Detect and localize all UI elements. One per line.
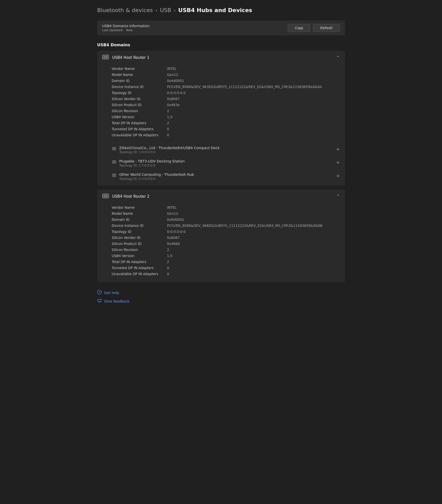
detail-label: Silicon Revision: [112, 109, 162, 113]
detail-label: Silicon Product ID: [112, 103, 162, 107]
detail-row: Silicon Product ID 0x466d: [112, 241, 340, 247]
device-topology: Topology ID: 1:7:0:0:0:0: [119, 164, 185, 167]
breadcrumb-usb[interactable]: USB: [160, 7, 171, 13]
detail-label: Topology ID: [112, 91, 162, 95]
help-icon: ?: [97, 290, 102, 296]
detail-row: USB4 Version 1.0: [112, 253, 340, 259]
detail-label: Model Name: [112, 73, 162, 77]
breadcrumb-bluetooth[interactable]: Bluetooth & devices: [97, 7, 153, 13]
give-feedback-link[interactable]: Give feedback: [97, 299, 345, 304]
give-feedback-label: Give feedback: [104, 299, 129, 303]
device-icon: [112, 160, 116, 165]
detail-value: 0x463e: [167, 103, 180, 107]
router-title-2: USB4 Host Router 2: [112, 194, 150, 199]
detail-value: 2: [167, 248, 169, 252]
detail-label: Domain ID: [112, 79, 162, 83]
detail-label: USB4 Version: [112, 254, 162, 258]
router-details-1: Vendor Name INTEL Model Name Gen12 Domai…: [97, 64, 345, 143]
router-header-2[interactable]: USB4 Host Router 2 ⌃: [97, 190, 345, 203]
detail-label: Tunneled DP IN Adapters: [112, 127, 162, 131]
refresh-button[interactable]: Refresh: [313, 24, 340, 32]
detail-row: Unavailable DP IN Adapters 0: [112, 271, 340, 277]
detail-row: Tunneled DP IN Adapters 0: [112, 126, 340, 132]
svg-rect-11: [113, 175, 114, 176]
list-item[interactable]: Other World Computing - Thunderbolt Hub …: [112, 170, 345, 183]
detail-row: Domain ID 0x6d0001: [112, 217, 340, 223]
detail-row: Device Instance ID PCI\VEN_8086&DEV_466D…: [112, 223, 340, 229]
detail-label: Vendor Name: [112, 67, 162, 71]
detail-label: USB4 Version: [112, 115, 162, 119]
detail-value: 0:0:0:0:0:0: [167, 91, 186, 95]
infobar-subtitle: Last Updated: Now: [102, 28, 150, 32]
router-icon-2: [102, 193, 109, 199]
device-topology: Topology ID: 1:0:0:0:0:0: [119, 150, 220, 154]
detail-label: Tunneled DP IN Adapters: [112, 266, 162, 270]
routers-container: USB4 Host Router 1 ⌃ Vendor Name INTEL M…: [97, 51, 345, 282]
info-bar: USB4 Domains Information Last Updated: N…: [97, 20, 345, 35]
detail-value: PCI\VEN_8086&DEV_466D&SUBSYS_11112222&RE…: [167, 224, 323, 228]
detail-value: 2: [167, 109, 169, 113]
router-header-1[interactable]: USB4 Host Router 1 ⌃: [97, 51, 345, 64]
detail-label: Silicon Product ID: [112, 242, 162, 246]
detail-row: Total DP IN Adapters 2: [112, 259, 340, 265]
infobar-subtitle-value: Now: [126, 28, 133, 32]
detail-row: Model Name Gen12: [112, 211, 340, 217]
infobar-title: USB4 Domains Information: [102, 24, 150, 28]
svg-rect-3: [107, 56, 108, 58]
detail-row: Silicon Product ID 0x463e: [112, 102, 340, 108]
svg-rect-4: [112, 147, 116, 150]
detail-value: 0x466d: [167, 242, 180, 246]
svg-rect-15: [105, 195, 106, 197]
breadcrumb: Bluetooth & devices › USB › USB4 Hubs an…: [97, 7, 345, 13]
device-name: Plugable - TBT3-UDV Docking Station: [119, 159, 185, 163]
list-item[interactable]: Plugable - TBT3-UDV Docking Station Topo…: [112, 156, 345, 170]
svg-rect-12: [114, 175, 115, 176]
svg-rect-5: [113, 148, 114, 149]
detail-label: Silicon Vendor ID: [112, 236, 162, 240]
detail-row: Silicon Vendor ID 0x8087: [112, 96, 340, 102]
svg-rect-16: [107, 195, 108, 197]
get-help-link[interactable]: ? Get help: [97, 290, 345, 296]
detail-value: 2: [167, 260, 169, 264]
detail-row: Vendor Name INTEL: [112, 66, 340, 72]
device-expand-icon[interactable]: +: [336, 159, 340, 165]
breadcrumb-sep1: ›: [155, 7, 157, 13]
device-expand-icon[interactable]: +: [336, 173, 340, 178]
detail-label: Silicon Vendor ID: [112, 97, 162, 101]
router-chevron-2: ⌃: [336, 194, 340, 199]
device-icon: [112, 173, 116, 179]
detail-row: Domain ID 0x4d0001: [112, 78, 340, 84]
detail-row: Topology ID 0:0:0:0:0:0: [112, 90, 340, 96]
detail-value: 0: [167, 266, 169, 270]
detail-row: Tunneled DP IN Adapters 0: [112, 265, 340, 271]
svg-text:?: ?: [99, 291, 100, 294]
router-details-2: Vendor Name INTEL Model Name Gen12 Domai…: [97, 203, 345, 282]
section-title: USB4 Domains: [97, 43, 345, 47]
router-card-1: USB4 Host Router 1 ⌃ Vendor Name INTEL M…: [97, 51, 345, 186]
detail-label: Topology ID: [112, 230, 162, 234]
detail-label: Device Instance ID: [112, 224, 162, 228]
router-title-1: USB4 Host Router 1: [112, 55, 150, 60]
svg-rect-9: [114, 161, 115, 162]
detail-value: 2: [167, 121, 169, 125]
detail-value: 0:0:0:0:0:0: [167, 230, 186, 234]
detail-row: Silicon Revision 2: [112, 247, 340, 253]
list-item[interactable]: Zikko(China)Co., Ltd - Thunderbolt4/USB4…: [112, 143, 345, 156]
detail-row: Device Instance ID PCI\VEN_8086&DEV_463E…: [112, 84, 340, 90]
device-icon: [112, 146, 116, 152]
detail-row: Unavailable DP IN Adapters 0: [112, 132, 340, 138]
detail-label: Total DP IN Adapters: [112, 121, 162, 125]
detail-row: Silicon Vendor ID 0x8087: [112, 235, 340, 241]
router-icon-1: [102, 54, 109, 61]
detail-row: USB4 Version 1.0: [112, 114, 340, 120]
router-chevron-1: ⌃: [336, 55, 340, 60]
device-expand-icon[interactable]: +: [336, 146, 340, 152]
copy-button[interactable]: Copy: [288, 24, 311, 32]
detail-value: 0x4d0001: [167, 79, 184, 83]
detail-value: 1.0: [167, 115, 172, 119]
detail-label: Total DP IN Adapters: [112, 260, 162, 264]
footer: ? Get help Give feedback: [97, 290, 345, 304]
detail-value: Gen12: [167, 212, 178, 216]
breadcrumb-sep2: ›: [174, 7, 176, 13]
detail-value: INTEL: [167, 67, 177, 71]
